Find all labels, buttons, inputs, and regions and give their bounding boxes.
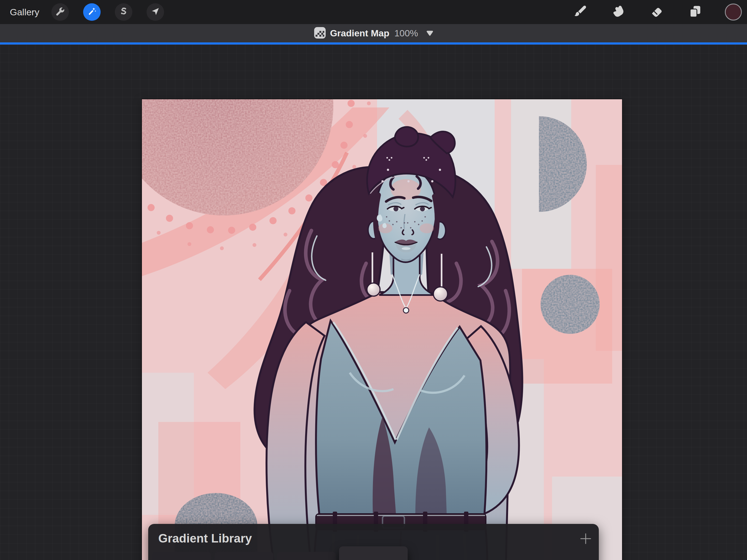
gradient-card-neon[interactable]: Neon: [215, 552, 274, 560]
selection-button[interactable]: [115, 3, 132, 21]
adjustment-slider[interactable]: [0, 42, 747, 45]
selection-s-icon: [119, 6, 129, 18]
color-button[interactable]: [725, 3, 742, 21]
gradient-card-noir[interactable]: Noir: [277, 552, 336, 560]
gradient-library-title: Gradient Library: [158, 532, 252, 545]
magic-wand-icon: [87, 6, 97, 18]
top-toolbar: Gallery: [0, 0, 747, 24]
adjustment-bar: Gradient Map 100%: [0, 24, 747, 42]
transform-arrow-icon: [150, 6, 160, 18]
adjustment-progress-fill: [0, 42, 747, 45]
paint-button[interactable]: [571, 3, 589, 21]
erase-button[interactable]: [648, 3, 666, 21]
chevron-down-icon[interactable]: [426, 31, 433, 36]
canvas-background: Gradient Library Blaze Neon Noir Mocha: [0, 45, 747, 560]
smudge-finger-icon: [611, 4, 626, 20]
actions-button[interactable]: [51, 3, 69, 21]
eraser-icon: [649, 4, 664, 20]
plus-icon: [579, 533, 592, 546]
adjustment-amount: 100%: [394, 28, 418, 39]
color-swatch: [725, 4, 742, 21]
canvas-artwork[interactable]: [142, 99, 622, 560]
transform-button[interactable]: [147, 3, 164, 21]
paintbrush-icon: [573, 4, 588, 20]
gradient-card-blaze[interactable]: Blaze: [152, 552, 211, 560]
smudge-button[interactable]: [610, 3, 627, 21]
adjustment-title: Gradient Map: [330, 28, 389, 39]
gradient-library-panel: Gradient Library Blaze Neon Noir Mocha: [148, 524, 599, 560]
layers-button[interactable]: [686, 3, 704, 21]
gradient-card-mocha[interactable]: Mocha: [339, 546, 408, 560]
gradient-map-icon: [314, 27, 326, 40]
layers-icon: [688, 4, 702, 20]
wrench-icon: [55, 6, 65, 18]
add-gradient-button[interactable]: [579, 533, 592, 545]
adjustments-button[interactable]: [83, 3, 101, 21]
right-tool-group: [571, 0, 742, 24]
left-tool-group: [51, 3, 164, 21]
gallery-button[interactable]: Gallery: [10, 7, 40, 18]
